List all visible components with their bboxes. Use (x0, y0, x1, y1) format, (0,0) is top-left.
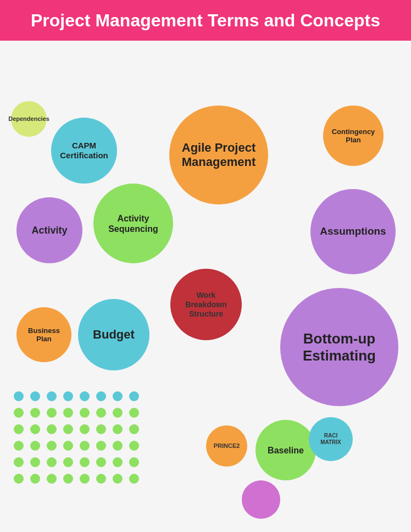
dot (80, 474, 90, 484)
dot (113, 474, 123, 484)
dot (63, 424, 73, 434)
bubble-business-plan: Business Plan (16, 307, 71, 362)
dot (14, 391, 24, 401)
dot (47, 441, 57, 451)
bubble-prince2: PRINCE2 (206, 425, 247, 467)
dot (63, 391, 73, 401)
dot (63, 408, 73, 418)
dot (30, 441, 40, 451)
dot (113, 457, 123, 467)
bubble-activity: Activity (16, 197, 82, 263)
dot-grid (14, 391, 141, 486)
bubble-contingency: Contingency Plan (323, 106, 384, 166)
header: Project Management Terms and Concepts (0, 0, 411, 41)
dot (96, 441, 106, 451)
dot (47, 457, 57, 467)
dot (14, 441, 24, 451)
dot (129, 391, 139, 401)
dot (63, 457, 73, 467)
dot (129, 441, 139, 451)
dot (14, 408, 24, 418)
bubble-budget: Budget (78, 299, 149, 370)
dot (14, 474, 24, 484)
dot (30, 457, 40, 467)
dot (14, 457, 24, 467)
dot (113, 391, 123, 401)
dot (80, 391, 90, 401)
dot (113, 408, 123, 418)
dot (63, 441, 73, 451)
bubble-raci: RACI MATRIX (309, 417, 353, 461)
dot (30, 391, 40, 401)
dot (113, 424, 123, 434)
dot (80, 424, 90, 434)
page-title: Project Management Terms and Concepts (11, 10, 400, 31)
dot (14, 424, 24, 434)
dot (129, 408, 139, 418)
bubble-bottom-up: Bottom-up Estimating (280, 288, 398, 406)
bubble-agile: Agile Project Management (169, 106, 268, 204)
bubble-assumptions: Assumptions (310, 189, 396, 274)
dot (96, 424, 106, 434)
dot (63, 474, 73, 484)
dot (30, 408, 40, 418)
dot (129, 474, 139, 484)
dot (96, 474, 106, 484)
bubble-dependencies: Dependencies (11, 101, 47, 137)
dot (80, 457, 90, 467)
dot (30, 424, 40, 434)
dot (96, 391, 106, 401)
dot (96, 408, 106, 418)
bubble-canvas: DependenciesCAPM CertificationAgile Proj… (0, 41, 411, 513)
dot (80, 408, 90, 418)
bubble-small-purple (242, 480, 280, 519)
dot (129, 457, 139, 467)
dot (47, 408, 57, 418)
dot (47, 391, 57, 401)
dot (30, 474, 40, 484)
dot (129, 424, 139, 434)
bubble-capm: CAPM Certification (51, 118, 117, 184)
bubble-baseline: Baseline (256, 420, 316, 480)
dot (113, 441, 123, 451)
dot (96, 457, 106, 467)
dot (47, 424, 57, 434)
bubble-activity-seq: Activity Sequencing (93, 184, 173, 263)
dot (47, 474, 57, 484)
dot (80, 441, 90, 451)
bubble-wbs: Work Breakdown Structure (170, 269, 242, 340)
